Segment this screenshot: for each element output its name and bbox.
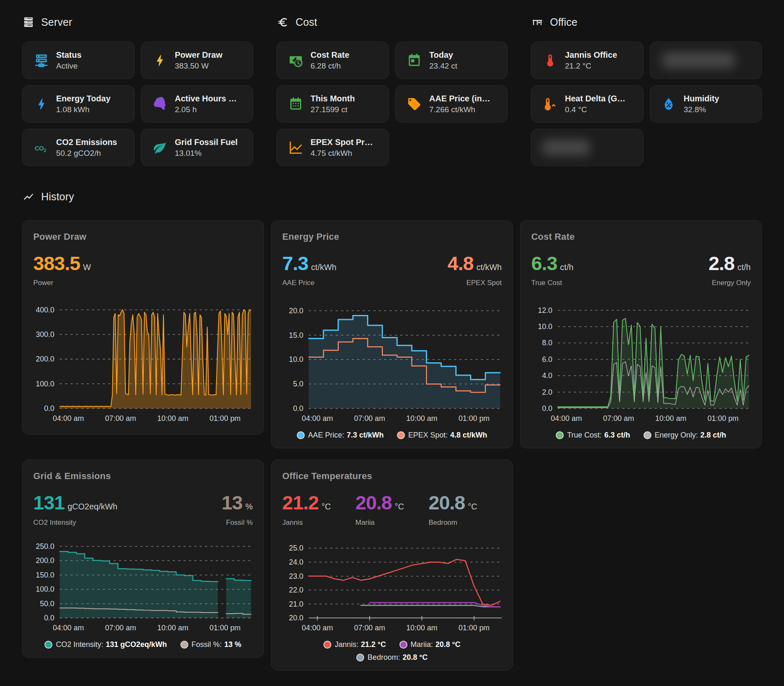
card-value: 6.28 ct/h bbox=[311, 61, 349, 71]
energy-price-plot[interactable]: 20.015.010.05.00.004:00 am07:00 am10:00 … bbox=[282, 297, 502, 426]
card-this-month[interactable]: This Month27.1599 ct bbox=[276, 85, 389, 123]
thermometer-chevron-up-icon bbox=[542, 96, 558, 112]
legend-dot bbox=[356, 654, 364, 661]
card-value: 383.50 W bbox=[175, 61, 222, 71]
legend-item-true-cost[interactable]: True Cost:6.3 ct/h bbox=[556, 431, 630, 440]
flash-icon bbox=[33, 96, 49, 112]
stat-label: Energy Only bbox=[641, 279, 751, 287]
currency-eur-icon bbox=[277, 17, 288, 28]
card-active-hours[interactable]: Active Hours …2.05 h bbox=[141, 85, 254, 123]
x-tick-label: 07:00 am bbox=[354, 414, 385, 423]
chart-stats: 6.3ct/hTrue Cost2.8ct/hEnergy Only bbox=[531, 253, 751, 287]
card-value: Active bbox=[56, 61, 81, 71]
card-redacted[interactable] bbox=[531, 129, 643, 166]
chart-stat-power: 383.5WPower bbox=[33, 253, 253, 287]
card-text: Active Hours …2.05 h bbox=[175, 93, 237, 114]
chart-stats: 383.5WPower bbox=[33, 253, 253, 287]
chart-card-power-draw: Power Draw383.5WPower400.0300.0200.0100.… bbox=[22, 220, 264, 435]
legend-dot bbox=[297, 431, 305, 439]
card-epex-spot-pr[interactable]: EPEX Spot Pr…4.75 ct/kWh bbox=[276, 129, 389, 166]
card-humidity[interactable]: Humidity32.8% bbox=[650, 85, 762, 123]
card-redacted[interactable] bbox=[650, 42, 762, 79]
legend-label: CO2 Intensity: bbox=[56, 640, 103, 649]
power-draw-plot[interactable]: 400.0300.0200.0100.00.004:00 am07:00 am1… bbox=[33, 297, 253, 426]
legend-item-bedroom[interactable]: Bedroom:20.8 °C bbox=[356, 653, 427, 662]
stat-unit: gCO2eq/kWh bbox=[67, 502, 117, 511]
card-energy-today[interactable]: Energy Today1.08 kWh bbox=[22, 85, 135, 123]
card-title: Jannis Office bbox=[565, 50, 617, 60]
legend-item-fossil[interactable]: Fossil %:13 % bbox=[180, 640, 242, 649]
stat-label: Fossil % bbox=[143, 519, 253, 527]
y-tick-label: 0.0 bbox=[44, 614, 54, 622]
legend-item-mariia[interactable]: Mariia:20.8 °C bbox=[399, 640, 461, 649]
card-text: Grid Fossil Fuel13.01% bbox=[175, 137, 238, 158]
legend-value: 2.8 ct/h bbox=[700, 431, 726, 440]
chart-legend: True Cost:6.3 ct/hEnergy Only:2.8 ct/h bbox=[531, 431, 751, 440]
stat-value: 21.2 bbox=[282, 492, 318, 514]
legend-label: Mariia: bbox=[411, 640, 433, 649]
card-cost-rate[interactable]: Cost Rate6.28 ct/h bbox=[276, 42, 389, 79]
grid-emissions-plot[interactable]: 250.0200.0150.0100.050.00.004:00 am07:00… bbox=[33, 537, 253, 635]
card-value: 23.42 ct bbox=[429, 61, 458, 71]
legend-label: Energy Only: bbox=[655, 431, 698, 440]
card-status[interactable]: StatusActive bbox=[22, 42, 135, 79]
y-tick-label: 6.0 bbox=[542, 355, 552, 364]
stat-value: 4.8 bbox=[448, 252, 473, 274]
stat-unit: W bbox=[83, 263, 91, 272]
office-temperatures-plot[interactable]: 25.024.023.022.021.020.004:00 am07:00 am… bbox=[282, 537, 502, 635]
chart-stats: 7.3ct/kWhAAE Price4.8ct/kWhEPEX Spot bbox=[282, 253, 502, 287]
card-grid-fossil-fuel[interactable]: Grid Fossil Fuel13.01% bbox=[141, 129, 254, 166]
card-power-draw[interactable]: Power Draw383.50 W bbox=[141, 42, 254, 79]
calendar-month-icon bbox=[288, 96, 303, 112]
legend-dot bbox=[180, 641, 188, 649]
cost-rate-plot[interactable]: 12.010.08.06.04.02.00.004:00 am07:00 am1… bbox=[531, 297, 751, 426]
legend-label: Fossil %: bbox=[192, 640, 222, 649]
x-tick-label: 10:00 am bbox=[157, 624, 188, 632]
chart-stat-aae-price: 7.3ct/kWhAAE Price bbox=[282, 253, 392, 287]
stat-label: Bedroom bbox=[429, 519, 502, 527]
legend-item-epex-spot[interactable]: EPEX Spot:4.8 ct/kWh bbox=[397, 431, 487, 440]
desk-icon bbox=[532, 17, 543, 28]
legend-item-co2-intensity[interactable]: CO2 Intensity:131 gCO2eq/kWh bbox=[44, 640, 167, 649]
cash-clock-icon bbox=[288, 52, 303, 68]
stat-value: 20.8 bbox=[429, 492, 465, 514]
stat-unit: ct/kWh bbox=[311, 263, 336, 272]
stat-label: Power bbox=[33, 279, 253, 287]
x-tick-label: 01:00 pm bbox=[459, 414, 490, 423]
x-tick-label: 10:00 am bbox=[406, 624, 437, 632]
legend-label: True Cost: bbox=[567, 431, 602, 440]
card-title: AAE Price (in… bbox=[429, 93, 491, 104]
x-tick-label: 01:00 pm bbox=[459, 624, 490, 632]
legend-dot bbox=[397, 431, 405, 439]
card-today[interactable]: Today23.42 ct bbox=[395, 42, 508, 79]
chart-line-variant-icon bbox=[23, 191, 34, 202]
cards-grid: Cost Rate6.28 ct/hToday23.42 ctThis Mont… bbox=[276, 42, 508, 166]
x-tick-label: 04:00 am bbox=[53, 414, 84, 423]
legend-item-aae-price[interactable]: AAE Price:7.3 ct/kWh bbox=[297, 431, 384, 440]
card-heat-delta-g[interactable]: Heat Delta (G…0.4 °C bbox=[531, 85, 643, 123]
server-rack-icon bbox=[23, 17, 34, 28]
dashboard-page: ServerStatusActivePower Draw383.50 WEner… bbox=[0, 0, 784, 686]
y-tick-label: 200.0 bbox=[36, 355, 54, 364]
chart-stats: 21.2°CJannis20.8°CMariia20.8°CBedroom bbox=[282, 492, 502, 526]
card-title: Humidity bbox=[684, 93, 720, 104]
card-co2-emissions[interactable]: CO2CO2 Emissions50.2 gCO2/h bbox=[22, 129, 135, 166]
card-title: Active Hours … bbox=[175, 93, 237, 104]
y-tick-label: 21.0 bbox=[289, 600, 303, 608]
card-aae-price-in[interactable]: AAE Price (in…7.266 ct/kWh bbox=[395, 85, 508, 123]
y-tick-label: 2.0 bbox=[542, 388, 552, 396]
stat-value: 2.8 bbox=[708, 252, 734, 274]
legend-item-jannis[interactable]: Jannis:21.2 °C bbox=[323, 640, 386, 649]
y-tick-label: 24.0 bbox=[289, 558, 303, 566]
x-tick-label: 01:00 pm bbox=[708, 414, 739, 423]
card-jannis-office[interactable]: Jannis Office21.2 °C bbox=[531, 42, 643, 79]
x-tick-label: 01:00 pm bbox=[210, 414, 241, 423]
card-value: 32.8% bbox=[684, 105, 720, 114]
card-value: 7.266 ct/kWh bbox=[429, 105, 491, 114]
card-value: 2.05 h bbox=[175, 105, 237, 114]
legend-item-energy-only[interactable]: Energy Only:2.8 ct/h bbox=[643, 431, 726, 440]
card-text: Power Draw383.50 W bbox=[175, 50, 222, 71]
legend-value: 7.3 ct/kWh bbox=[347, 431, 384, 440]
section-title-office: Office bbox=[550, 16, 577, 28]
x-tick-label: 04:00 am bbox=[53, 624, 84, 632]
